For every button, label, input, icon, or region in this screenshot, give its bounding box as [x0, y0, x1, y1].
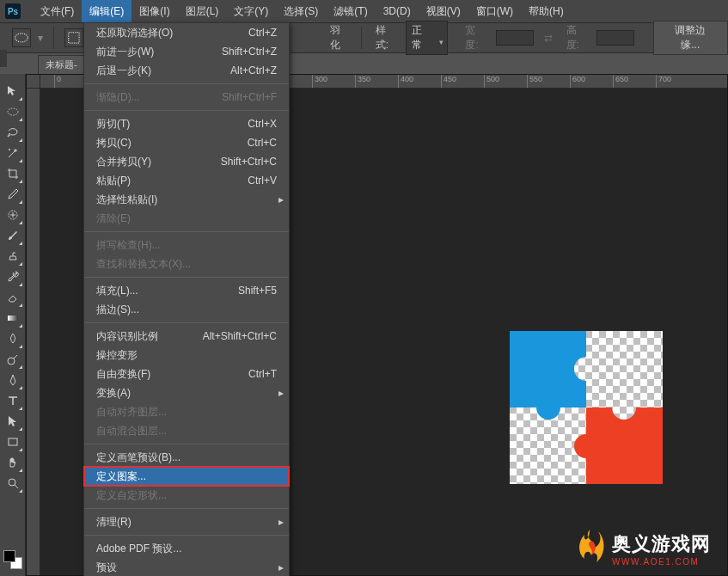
menu-窗口[interactable]: 窗口(W) [468, 0, 521, 22]
menu-item[interactable]: 清理(R)▸ [84, 512, 289, 531]
rectangle-tool[interactable] [3, 432, 23, 452]
toolbox [0, 74, 26, 576]
menu-item[interactable]: 操控变形 [84, 346, 289, 365]
move-tool[interactable] [3, 81, 23, 101]
svg-point-0 [15, 34, 28, 42]
path-select-tool[interactable] [3, 411, 23, 432]
menu-item[interactable]: 描边(S)... [84, 300, 289, 319]
menu-item[interactable]: 选择性粘贴(I)▸ [84, 190, 289, 209]
menu-item[interactable]: 前进一步(W)Shift+Ctrl+Z [84, 42, 289, 61]
ruler-vertical[interactable] [27, 89, 40, 575]
menu-item[interactable]: 定义画笔预设(B)... [84, 448, 289, 467]
svg-point-4 [8, 108, 18, 115]
new-selection-icon[interactable] [64, 28, 83, 47]
height-input [596, 30, 634, 46]
menu-item[interactable]: 粘贴(P)Ctrl+V [84, 171, 289, 190]
dodge-tool[interactable] [3, 349, 23, 370]
lasso-tool[interactable] [3, 122, 23, 143]
menu-item: 自动对齐图层... [84, 402, 289, 421]
svg-rect-8 [9, 438, 17, 445]
zoom-tool[interactable] [3, 473, 23, 493]
brush-tool[interactable] [3, 225, 23, 246]
clone-stamp-tool[interactable] [3, 246, 23, 267]
menu-item[interactable]: 变换(A)▸ [84, 383, 289, 402]
history-brush-tool[interactable] [3, 267, 23, 287]
ps-logo: Ps [5, 3, 21, 19]
type-tool[interactable] [3, 390, 23, 411]
menu-图层[interactable]: 图层(L) [178, 0, 227, 22]
watermark: 奥义游戏网 WWW.AOE1.COM [572, 528, 711, 569]
pen-tool[interactable] [3, 370, 23, 390]
marquee-rect-tool[interactable] [3, 101, 23, 122]
menu-item: 自动混合图层... [84, 421, 289, 440]
svg-rect-6 [8, 316, 18, 321]
style-label: 样式: [376, 23, 399, 52]
menu-3D[interactable]: 3D(D) [376, 0, 419, 22]
puzzle-artwork [510, 331, 663, 484]
menu-item: 渐隐(D)...Shift+Ctrl+F [84, 88, 289, 107]
width-input [496, 30, 534, 46]
menu-item[interactable]: 还原取消选择(O)Ctrl+Z [84, 23, 289, 42]
collapse-handle[interactable] [0, 50, 7, 67]
color-swatch[interactable] [3, 550, 22, 569]
menu-item[interactable]: 预设▸ [84, 558, 289, 576]
menu-帮助[interactable]: 帮助(H) [521, 0, 572, 22]
menu-item: 拼写检查(H)... [84, 236, 289, 254]
style-select[interactable]: 正常 ▾ [406, 21, 449, 55]
menu-item[interactable]: Adobe PDF 预设... [84, 539, 289, 558]
svg-rect-1 [68, 33, 78, 43]
menu-视图[interactable]: 视图(V) [419, 0, 468, 22]
marquee-tool-icon[interactable] [12, 28, 31, 47]
menu-item: 定义自定形状... [84, 486, 289, 505]
edit-menu-dropdown: 还原取消选择(O)Ctrl+Z前进一步(W)Shift+Ctrl+Z后退一步(K… [83, 22, 290, 576]
menu-图像[interactable]: 图像(I) [132, 0, 177, 22]
menu-item[interactable]: 后退一步(K)Alt+Ctrl+Z [84, 61, 289, 80]
hand-tool[interactable] [3, 452, 23, 473]
spot-heal-tool[interactable] [3, 205, 23, 225]
menu-item: 清除(E) [84, 209, 289, 228]
menu-item[interactable]: 拷贝(C)Ctrl+C [84, 133, 289, 152]
menu-文件[interactable]: 文件(F) [33, 0, 82, 22]
refine-edge-button[interactable]: 调整边缘... [653, 21, 728, 55]
ruler-corner [27, 75, 40, 89]
flame-icon [572, 528, 607, 569]
menu-编辑[interactable]: 编辑(E) [82, 0, 132, 22]
feather-label: 羽化 [330, 23, 351, 52]
menu-item[interactable]: 内容识别比例Alt+Shift+Ctrl+C [84, 327, 289, 346]
menu-item: 查找和替换文本(X)... [84, 254, 289, 273]
menu-文字[interactable]: 文字(Y) [226, 0, 276, 22]
magic-wand-tool[interactable] [3, 143, 23, 163]
menu-item[interactable]: 剪切(T)Ctrl+X [84, 114, 289, 133]
watermark-title: 奥义游戏网 [612, 531, 711, 557]
menu-item[interactable]: 合并拷贝(Y)Shift+Ctrl+C [84, 152, 289, 171]
menu-滤镜[interactable]: 滤镜(T) [326, 0, 375, 22]
eraser-tool[interactable] [3, 287, 23, 308]
svg-point-7 [8, 358, 15, 365]
menu-item[interactable]: 定义图案... [84, 467, 289, 486]
eyedropper-tool[interactable] [3, 184, 23, 205]
canvas[interactable] [510, 331, 663, 484]
menu-item[interactable]: 自由变换(F)Ctrl+T [84, 365, 289, 383]
gradient-tool[interactable] [3, 308, 23, 328]
menubar: Ps 文件(F)编辑(E)图像(I)图层(L)文字(Y)选择(S)滤镜(T)3D… [0, 0, 728, 22]
crop-tool[interactable] [3, 163, 23, 184]
menu-item[interactable]: 填充(L)...Shift+F5 [84, 281, 289, 300]
blur-tool[interactable] [3, 328, 23, 349]
height-label: 高度: [566, 23, 590, 52]
width-label: 宽度: [465, 23, 488, 52]
watermark-url: WWW.AOE1.COM [612, 557, 711, 567]
menu-选择[interactable]: 选择(S) [276, 0, 326, 22]
svg-point-9 [9, 479, 15, 486]
